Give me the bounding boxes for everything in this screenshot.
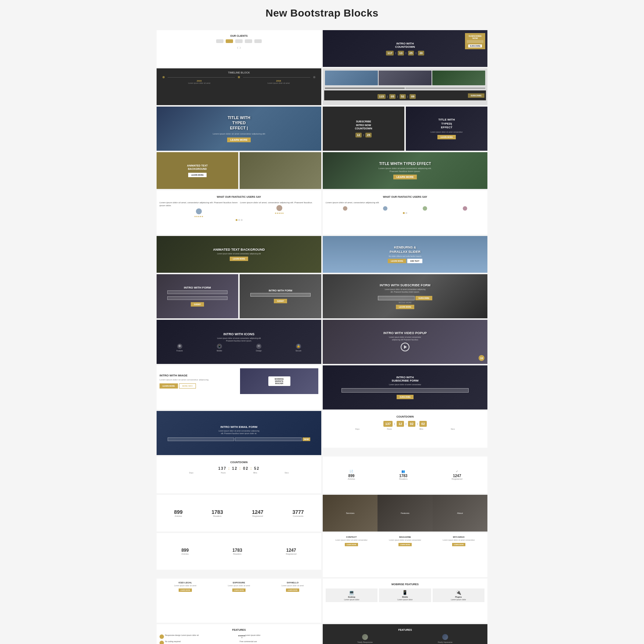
testimonial-text: Lorem ipsum dolor sit amet, consectetur … bbox=[240, 201, 318, 204]
avatar5 bbox=[463, 206, 467, 211]
stats-numbers-block: 899 Articles 1783 Readers 1247 Registere… bbox=[157, 495, 321, 532]
animated-text-olive-block[interactable]: ANIMATED TEXTBACKGROUND LEARN MORE bbox=[157, 152, 238, 189]
testimonials-right-block[interactable]: WHAT OUR FANTASTIC USERS SAY Lorem ipsum… bbox=[323, 190, 487, 235]
animated-text-dark-block[interactable]: ANIMATED TEXT BACKGROUND Lorem ipsum dol… bbox=[157, 236, 321, 273]
cta-animated-button[interactable]: LEARN MORE bbox=[188, 173, 207, 177]
kenburns-title: KENBURNS &PARALLAX SLIDER bbox=[390, 246, 421, 254]
form-submit-button[interactable]: SUBMIT bbox=[191, 302, 204, 307]
email-form-name[interactable] bbox=[168, 437, 234, 441]
services-2-block[interactable]: Iced Legal Lorem ipsum dolor sit amet LE… bbox=[157, 579, 321, 623]
title-typed-mountain-block[interactable]: TITLE WITHTYPEDEFFECT | Lorem ipsum dolo… bbox=[157, 107, 321, 151]
mobirise-features-label: MOBIRISE FEATURES bbox=[326, 582, 484, 586]
subscribe-button[interactable]: SUBSCRIBE bbox=[468, 93, 484, 98]
subscribe-intro-countdown-block[interactable]: subscribeINTRO NowCOUNTDOWN 12 : 25 bbox=[323, 107, 404, 151]
cta-button[interactable]: LEARN MORE bbox=[437, 135, 456, 139]
subscribe-now-button[interactable]: SUBSCRIBE bbox=[468, 44, 482, 47]
stat-1247: 1247 Registered bbox=[252, 509, 263, 517]
kenburns-block[interactable]: KENBURNS &PARALLAX SLIDER No slider effe… bbox=[323, 236, 487, 273]
testimonials-label2: WHAT OUR FANTASTIC USERS SAY bbox=[326, 194, 484, 199]
clients-logos bbox=[160, 39, 318, 43]
avatar bbox=[276, 205, 282, 211]
video-play-button[interactable] bbox=[401, 343, 409, 351]
intro-subscribe-form-2-block[interactable]: INTRO WITHSUBSCRIBE FORM Lorem ipsum dol… bbox=[323, 365, 487, 409]
subscribe-form-cta[interactable]: LEARN MORE bbox=[396, 305, 414, 309]
service-btn-6[interactable]: LEARN MORE bbox=[286, 588, 300, 592]
phone-form-input[interactable] bbox=[250, 293, 311, 297]
subscribe-form-button[interactable]: SUBSCRIBE bbox=[415, 296, 432, 300]
icon-item: 📱 Mobile bbox=[217, 344, 222, 352]
countdown-large: 117 : 13 : 25 : 20 bbox=[386, 51, 424, 56]
photo-thumbnails-block: 115 : 05 : 52 : 09 SUBSCRIBE bbox=[323, 68, 487, 105]
email-form-email[interactable] bbox=[235, 437, 301, 441]
service-btn-4[interactable]: LEARN MORE bbox=[179, 588, 192, 592]
avatar2 bbox=[343, 206, 347, 211]
form-input-1[interactable] bbox=[167, 290, 228, 294]
stat-1783: 1783 Readers bbox=[212, 509, 223, 517]
service-btn-2[interactable]: LEARN MORE bbox=[398, 543, 412, 546]
services-1-block[interactable]: Contact Lorem ipsum dolor sit amet conse… bbox=[323, 533, 487, 577]
avatar bbox=[196, 208, 202, 214]
our-clients-label: OUR CLIENTS bbox=[160, 33, 318, 38]
kenburns-btn2[interactable]: ADD TEXT bbox=[407, 259, 422, 263]
testimonials-left-block[interactable]: WHAT OUR FANTASTIC USERS SAY Lorem ipsum… bbox=[157, 190, 321, 235]
learn-more-button[interactable]: LEARN MORE bbox=[227, 137, 250, 142]
stats-icons-block: 📄 899 Articles 👥 1783 Readers ✓ 1247 Reg… bbox=[323, 457, 487, 493]
intro-email-form-block[interactable]: INTRO WITH EMAIL FORM Lorem ipsum dolor … bbox=[157, 411, 321, 455]
avatar4 bbox=[423, 206, 427, 211]
icons-row: ⚙ Feature 📱 Mobile ✏ Design 🔒 Secure bbox=[160, 344, 318, 352]
stat-readers: 👥 1783 Readers bbox=[399, 470, 408, 480]
intro-countdown-block[interactable]: INTRO WITHCOUNTDOWN 117 : 13 : 25 : 20 S… bbox=[323, 30, 487, 67]
title-typed-dark-block[interactable]: TITLE WITHTYPED|EFFECT Lorem ipsum dolor… bbox=[406, 107, 487, 151]
countdown1-min: 02 bbox=[408, 421, 415, 427]
subscribe-input-2[interactable] bbox=[341, 388, 469, 393]
intro-video-popup-block[interactable]: INTRO WITH VIDEO POPUP Lorem ipsum dolor… bbox=[323, 320, 487, 364]
intro-image-btn2[interactable]: MORE INFO bbox=[179, 383, 196, 389]
stat-3777: 3777 Comments bbox=[292, 509, 304, 517]
timeline-block[interactable]: TIMELINE BLOCK 2015 Lorem ipsum dolor si… bbox=[157, 68, 321, 105]
stat-899: 899 Articles bbox=[174, 509, 182, 517]
icon-item: ⚙ Feature bbox=[176, 344, 183, 352]
countdown-1-block[interactable]: COUNTDOWN 137 : 12 : 02 : 02 Days Hours … bbox=[323, 411, 487, 448]
countdown1-hour: 12 bbox=[397, 421, 404, 427]
icon-item: ✏ Design bbox=[256, 344, 262, 352]
email-form-submit[interactable]: SEND bbox=[303, 437, 311, 441]
our-clients-block[interactable]: OUR CLIENTS ‹ › bbox=[157, 30, 321, 67]
mobirise-features-block[interactable]: MOBIRISE FEATURES 💻 Desktop Lorem ipsum … bbox=[323, 579, 487, 623]
intro-image-btn1[interactable]: LEARN MORE bbox=[160, 383, 178, 389]
avatar3 bbox=[383, 206, 387, 211]
stat-row3-1: 1783 Readers bbox=[232, 548, 242, 555]
intro-subscribe-form-block[interactable]: INTRO WITH SUBSCRIBE FORM Lorem ipsum do… bbox=[323, 274, 487, 318]
features-dark-label: FEATURES bbox=[326, 627, 484, 632]
animated-cta-button[interactable]: LEARN MORE bbox=[230, 257, 248, 261]
stat-registered: ✓ 1247 Registered bbox=[452, 470, 462, 480]
kenburns-btn1[interactable]: LEARN MORE bbox=[388, 259, 406, 263]
intro-form-dark-block[interactable]: INTRO WITH FORM SUBMIT bbox=[157, 274, 238, 318]
subscribe-email-input[interactable] bbox=[378, 296, 415, 300]
forest-cta-button[interactable]: LEARN MORE bbox=[393, 175, 416, 179]
testimonial-text: Lorem ipsum dolor sit amet, consectetur … bbox=[160, 201, 238, 207]
countdown2-day: 137 bbox=[218, 466, 227, 471]
intro-form-phone-block[interactable]: INTRO WITH FORM SUBMIT bbox=[240, 274, 321, 318]
service-btn-3[interactable]: LEARN MORE bbox=[452, 543, 466, 546]
features-dark-block[interactable]: FEATURES Totally Responsive Really Impre… bbox=[323, 624, 487, 644]
icon-item: 🔒 Secure bbox=[296, 344, 301, 352]
thumbnail-row bbox=[324, 70, 486, 86]
subscribe-btn-2[interactable]: SUBSCRIBE bbox=[397, 395, 413, 399]
features-2-block[interactable]: FEATURES Responsive design Lorem ipsum d… bbox=[157, 624, 321, 644]
form-input-2[interactable] bbox=[167, 296, 228, 300]
timeline-dot bbox=[313, 76, 315, 78]
countdown2-label: COUNTDOWN bbox=[160, 459, 318, 464]
title-typed-forest-block[interactable]: TITLE WHITH TYPED EFFECT Lorem ipsum dol… bbox=[323, 152, 487, 189]
phone-form-submit[interactable]: SUBMIT bbox=[274, 299, 287, 303]
timeline-dot bbox=[162, 76, 165, 78]
service-btn-5[interactable]: LEARN MORE bbox=[232, 588, 246, 592]
service-btn-1[interactable]: LEARN MORE bbox=[345, 543, 358, 546]
stats-row3-block: 899 Articles 1783 Readers 1247 Registere… bbox=[157, 533, 321, 570]
intro-image-block[interactable]: INTRO WITH IMAGE Lorem ipsum dolor sit a… bbox=[157, 365, 321, 409]
countdown1-sec: 02 bbox=[419, 421, 427, 427]
intro-icons-block[interactable]: INTRO WITH ICONS Lorem ipsum dolor sit a… bbox=[157, 320, 321, 364]
stat-row3-2: 1247 Registered bbox=[286, 548, 297, 555]
countdown-2-block[interactable]: COUNTDOWN 137 : 12 : 02 : 52 Days Hours … bbox=[157, 457, 321, 493]
stat-row3-0: 899 Articles bbox=[181, 548, 189, 555]
photo-banner-block: Services Features About bbox=[323, 495, 487, 532]
